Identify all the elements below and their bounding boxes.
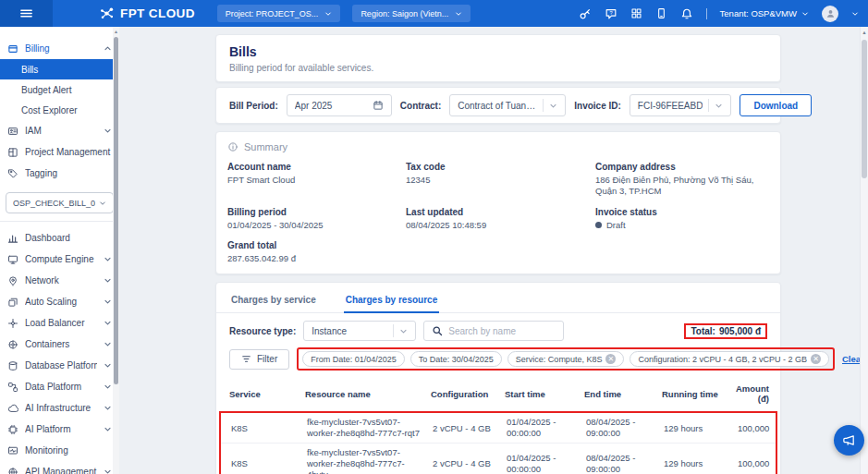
status-badge: Draft [606, 220, 626, 231]
sidebar-item-load-balancer[interactable]: Load Balancer [0, 312, 119, 334]
sidebar-item-compute-engine[interactable]: Compute Engine [0, 249, 119, 270]
access-key-button[interactable] [579, 7, 592, 20]
sidebar-item-ai-infrastructure[interactable]: AI Infrastructure [0, 397, 119, 419]
summary-billing-period: Billing period 01/04/2025 - 30/04/2025 [227, 207, 406, 231]
sidebar-item-dashboard[interactable]: Dashboard [0, 227, 119, 249]
search-field[interactable] [423, 321, 564, 341]
api-management-icon [7, 467, 18, 474]
tenant-label: Tenant: OSP&VMW [720, 8, 797, 18]
summary-company-address: Company address 186 Điện Biên Phủ, Phườn… [595, 162, 769, 198]
filter-funnel-icon [241, 354, 251, 364]
project-management-icon [7, 147, 18, 158]
info-icon [227, 141, 238, 152]
bills-title-card: Bills Billing period for available servi… [215, 34, 781, 82]
calendar-icon[interactable] [373, 100, 384, 111]
chevron-down-icon [104, 468, 112, 474]
main-scrollbar: ▲ [860, 27, 868, 474]
invoice-id-select[interactable]: FCI-96FEEABD [630, 94, 732, 116]
remove-filter-icon[interactable]: ✕ [811, 354, 821, 364]
sidebar-item-iam[interactable]: IAM [0, 120, 119, 141]
support-chat-icon: ? [605, 7, 617, 20]
load-balancer-icon [7, 318, 18, 329]
chevron-down-icon[interactable] [851, 10, 859, 18]
table-header-row: Service Resource name Configuration Star… [229, 380, 767, 411]
auto-scaling-icon [7, 297, 18, 308]
contract-select[interactable]: Contract of Tuannn52... [449, 94, 566, 116]
total-label: Total: [691, 326, 715, 336]
sidebar-item-project-management[interactable]: Project Management [0, 141, 119, 163]
bill-period-input[interactable] [295, 101, 367, 111]
summary-tax-code: Tax code 12345 [406, 162, 595, 198]
sidebar-item-auto-scaling[interactable]: Auto Scaling [0, 291, 119, 312]
page-subtitle: Billing period for available services. [229, 63, 767, 73]
ai-platform-icon [7, 424, 18, 435]
bill-filter-card: Bill Period: Contract: Contract of Tuann… [215, 87, 781, 124]
filter-button[interactable]: Filter [229, 349, 289, 370]
tab-charges-by-resource[interactable]: Charges by resource [344, 288, 440, 313]
sidebar-item-database-platform[interactable]: Database Platform [0, 355, 119, 376]
sidebar-item-network[interactable]: Network [0, 270, 119, 291]
resource-type-select[interactable]: Instance [303, 321, 416, 341]
avatar[interactable] [822, 6, 838, 22]
search-input[interactable] [448, 326, 556, 336]
sidebar-item-ai-platform[interactable]: AI Platform [0, 419, 119, 440]
apps-menu-button[interactable] [630, 7, 642, 19]
remove-filter-icon[interactable]: ✕ [605, 354, 616, 364]
tab-charges-by-service[interactable]: Charges by service [229, 288, 318, 312]
project-scope-select[interactable]: OSP_CHECK_BILL_001 [6, 192, 114, 213]
chevron-down-icon [104, 276, 112, 285]
hamburger-menu-button[interactable] [0, 0, 53, 27]
megaphone-icon [842, 433, 856, 447]
summary-last-updated: Last updated 08/04/2025 10:48:59 [406, 207, 595, 231]
sidebar-item-monitoring[interactable]: Monitoring [0, 440, 119, 461]
chevron-down-icon [104, 255, 112, 263]
support-button[interactable]: ? [605, 7, 617, 20]
summary-title: Summary [244, 141, 287, 152]
sidebar-item-budget-alert[interactable]: Budget Alert [0, 79, 119, 100]
topbar-divider [706, 8, 707, 19]
scroll-up-arrow-icon[interactable]: ▲ [861, 27, 868, 37]
scroll-up-arrow-icon[interactable]: ▲ [113, 27, 119, 35]
main-content: Bills Billing period for available servi… [215, 34, 781, 474]
annotation-table-rows-box: K8S fke-mycluster-7vs5vt07-worker-zhe8q8… [219, 411, 777, 474]
chevron-down-icon [104, 127, 112, 135]
fpt-logo-mark-icon [99, 6, 115, 21]
invoice-id-label: Invoice ID: [574, 101, 621, 111]
project-selector[interactable]: Project: PROJECT_OS... [217, 5, 341, 22]
sidebar-scrollbar-thumb[interactable] [114, 37, 118, 384]
chevron-down-icon [104, 425, 112, 433]
bill-period-field[interactable] [287, 94, 392, 116]
download-button[interactable]: Download [740, 94, 812, 116]
chevron-down-icon [104, 383, 112, 391]
documentation-button[interactable] [655, 7, 667, 19]
fpt-cloud-logo[interactable]: FPT CLOUD [99, 6, 195, 21]
announcement-fab-button[interactable] [834, 425, 864, 456]
sidebar-item-data-platform[interactable]: Data Platform [0, 376, 119, 397]
chevron-down-icon [455, 10, 462, 18]
sidebar-item-tagging[interactable]: Tagging [0, 163, 119, 184]
sidebar-item-billing[interactable]: Billing [0, 38, 119, 59]
table-row: K8S fke-mycluster-7vs5vt07-worker-zhe8q8… [221, 443, 776, 474]
notifications-button[interactable] [680, 7, 693, 20]
iam-icon [7, 126, 18, 137]
svg-text:?: ? [609, 9, 612, 15]
billing-icon [7, 43, 18, 55]
sidebar-item-bills[interactable]: Bills [0, 59, 119, 79]
chevron-down-icon [715, 102, 723, 110]
main-scrollbar-thumb[interactable] [862, 40, 867, 178]
sidebar: Billing Bills Budget Alert Cost Explorer… [0, 27, 119, 474]
page-title: Bills [229, 44, 767, 59]
sidebar-item-containers[interactable]: Containers [0, 334, 119, 355]
app-window: FPT CLOUD Project: PROJECT_OS... Region:… [0, 0, 868, 474]
containers-icon [7, 339, 18, 350]
compute-engine-icon [7, 254, 18, 265]
summary-grand-total: Grand total 287.635.042.99 đ [227, 240, 406, 264]
summary-invoice-status: Invoice status Draft [595, 207, 769, 231]
sidebar-item-api-management[interactable]: API Management [0, 461, 119, 474]
top-navigation-bar: FPT CLOUD Project: PROJECT_OS... Region:… [0, 0, 868, 27]
ai-infrastructure-icon [7, 403, 18, 414]
topbar-right-cluster: ? Tenant: OSP&VMW [579, 6, 868, 22]
region-selector[interactable]: Region: Saigon (Vietn... [352, 5, 471, 22]
tenant-selector[interactable]: Tenant: OSP&VMW [720, 8, 809, 18]
sidebar-item-cost-explorer[interactable]: Cost Explorer [0, 100, 119, 120]
